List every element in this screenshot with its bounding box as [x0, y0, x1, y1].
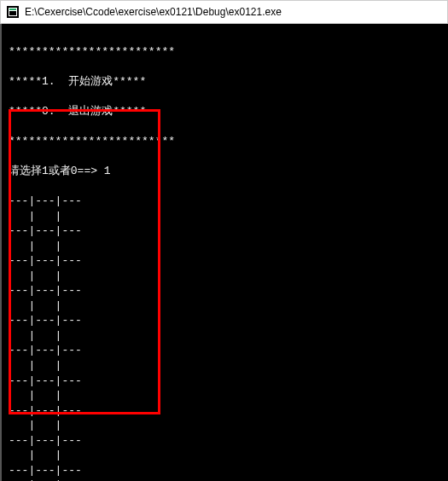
board-cell-row: | | — [9, 328, 441, 344]
title-bar[interactable]: E:\Cexercise\Ccode\exercise\ex0121\Debug… — [0, 0, 448, 24]
board-sep: ---|---|--- — [9, 223, 441, 239]
board-sep: ---|---|--- — [9, 433, 441, 449]
board-cell-row: | | — [9, 239, 441, 254]
board-sep: ---|---|--- — [9, 253, 441, 269]
board-cell-row: | | — [9, 298, 441, 314]
board-cell-row: | | — [9, 358, 441, 374]
board-cell-row: | | — [9, 448, 441, 463]
board-cell-row: | | — [9, 388, 441, 403]
menu-border-bottom: ************************* — [9, 134, 441, 149]
board-sep: ---|---|--- — [9, 313, 441, 328]
board-cell-row: | | — [9, 418, 441, 433]
board-cell-row: | | — [9, 478, 441, 481]
menu-border-top: ************************* — [9, 44, 441, 60]
game-board: ---|---|--- | | ---|---|--- | | ---|---|… — [9, 194, 441, 481]
window-title: E:\Cexercise\Ccode\exercise\ex0121\Debug… — [25, 6, 282, 18]
menu-exit-option: *****0. 退出游戏***** — [9, 104, 441, 119]
board-sep: ---|---|--- — [9, 343, 441, 358]
svg-rect-2 — [9, 9, 16, 10]
board-sep: ---|---|--- — [9, 374, 441, 389]
board-cell-row: | | — [9, 209, 441, 224]
svg-rect-3 — [9, 11, 16, 15]
menu-start-option: *****1. 开始游戏***** — [9, 74, 441, 90]
board-sep: ---|---|--- — [9, 283, 441, 298]
board-sep: ---|---|--- — [9, 194, 441, 209]
board-cell-row: | | — [9, 269, 441, 284]
prompt-line-1: 请选择1或者0==> 1 — [9, 164, 441, 179]
board-sep: ---|---|--- — [9, 403, 441, 419]
console-output: ************************* *****1. 开始游戏**… — [0, 24, 448, 481]
board-sep: ---|---|--- — [9, 463, 441, 478]
app-icon — [6, 5, 20, 19]
